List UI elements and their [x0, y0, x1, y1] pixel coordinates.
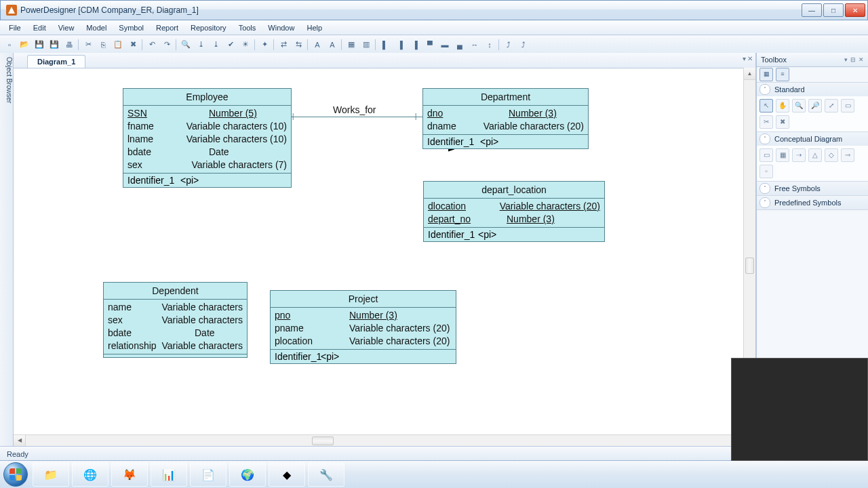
- menu-report[interactable]: Report: [150, 22, 184, 33]
- toolbar-find-icon[interactable]: 🔍: [179, 38, 193, 52]
- tool-grabber[interactable]: ✋: [776, 99, 789, 113]
- toolbar-separator: [498, 39, 500, 51]
- toolbox-group-free-symbols[interactable]: ˄Free Symbols: [757, 182, 868, 195]
- taskbar-tool[interactable]: 🔧: [308, 462, 344, 487]
- toolbar-delete-icon[interactable]: ✖: [126, 38, 140, 52]
- toolbar-align-r-icon[interactable]: ▐: [408, 38, 422, 52]
- scroll-thumb-h[interactable]: [312, 436, 334, 445]
- menu-help[interactable]: Help: [300, 22, 328, 33]
- toolbar-impact-icon[interactable]: ☀: [239, 38, 252, 52]
- toolbar-wizard-icon[interactable]: ✦: [258, 38, 271, 52]
- toolbar-dist-v-icon[interactable]: ↕: [483, 38, 496, 52]
- toolbar-text-icon[interactable]: A: [311, 38, 324, 52]
- entity-dependent[interactable]: DependentnameVariable characterssexVaria…: [103, 282, 248, 358]
- tool-pointer[interactable]: ↖: [760, 99, 773, 113]
- menu-repository[interactable]: Repository: [184, 22, 233, 33]
- menu-window[interactable]: Window: [262, 22, 300, 33]
- menu-view[interactable]: View: [52, 22, 81, 33]
- toolbar-export-img-icon[interactable]: ⤴: [517, 38, 530, 52]
- entity-department[interactable]: DepartmentdnoNumber (3)dnameVariable cha…: [422, 88, 589, 149]
- toolbox-dropdown-icon[interactable]: ▾: [844, 56, 848, 63]
- toolbox-group-label: Predefined Symbols: [774, 199, 841, 207]
- toolbar-check-icon[interactable]: ✔: [224, 38, 237, 52]
- toolbox-close-icon[interactable]: ✕: [859, 56, 864, 63]
- taskbar-chrome[interactable]: 🌐: [72, 462, 108, 487]
- toolbar-align-c-icon[interactable]: ▐: [393, 38, 407, 52]
- entity-employee[interactable]: EmployeeSSNNumber (5)fnameVariable chara…: [123, 88, 292, 188]
- toolbox-group-conceptual-diagram[interactable]: ˄Conceptual Diagram: [757, 132, 868, 146]
- maximize-button[interactable]: □: [823, 3, 844, 17]
- tool-cut[interactable]: ✂: [760, 115, 773, 129]
- object-browser-tab[interactable]: Object Browser: [0, 53, 14, 447]
- relationship-label[interactable]: Works_for: [333, 104, 376, 115]
- taskbar-powerpoint[interactable]: 📊: [151, 462, 187, 487]
- toolbar-align-m-icon[interactable]: ▬: [438, 38, 452, 52]
- tool-entity[interactable]: ▦: [776, 148, 789, 162]
- toolbar-new-icon[interactable]: ▫: [3, 38, 16, 52]
- toolbar-grid-icon[interactable]: ▦: [344, 38, 358, 52]
- toolbar-save-all-icon[interactable]: 💾: [47, 38, 61, 52]
- toolbox-pin-icon[interactable]: ⊟: [850, 56, 856, 63]
- scroll-up-icon[interactable]: ▲: [744, 68, 755, 80]
- toolbar-cut-icon[interactable]: ✂: [81, 38, 95, 52]
- toolbar-snap-icon[interactable]: ▥: [359, 38, 373, 52]
- tool-inheritance[interactable]: △: [808, 148, 822, 162]
- tool-assoc-link[interactable]: ⇾: [841, 148, 854, 162]
- entity-project[interactable]: ProjectpnoNumber (3)pnameVariable charac…: [270, 290, 456, 364]
- taskbar-powerdesigner[interactable]: ◆: [269, 462, 305, 487]
- tool-zoom-out[interactable]: 🔎: [808, 99, 822, 113]
- tab-dropdown-icon[interactable]: ▾: [743, 55, 746, 62]
- menu-symbol[interactable]: Symbol: [113, 22, 150, 33]
- close-button[interactable]: ✕: [845, 3, 865, 17]
- tool-delete[interactable]: ✖: [776, 115, 789, 129]
- menu-tools[interactable]: Tools: [233, 22, 262, 33]
- toolbar-dist-h-icon[interactable]: ↔: [468, 38, 481, 52]
- toolbar-copy-icon[interactable]: ⎘: [96, 38, 110, 52]
- relationship-line[interactable]: [290, 117, 422, 117]
- taskbar-ie[interactable]: 🌍: [229, 462, 266, 487]
- toolbox-view-grid[interactable]: ▦: [760, 68, 773, 81]
- toolbar-align-b-icon[interactable]: ▄: [453, 38, 467, 52]
- tool-relationship[interactable]: ⇢: [792, 148, 806, 162]
- toolbox-group-standard[interactable]: ˄Standard: [757, 83, 868, 96]
- toolbar-paste-icon[interactable]: 📋: [111, 38, 125, 52]
- toolbar-export-icon[interactable]: ⤴: [502, 38, 515, 52]
- toolbar-gen-icon[interactable]: ⤓: [194, 38, 208, 52]
- attr-type: Number (3): [509, 107, 557, 120]
- toolbar-open-icon[interactable]: 📂: [18, 38, 31, 52]
- tool-file[interactable]: ▫: [760, 165, 773, 178]
- toolbar-compare-icon[interactable]: ⇄: [277, 38, 290, 52]
- toolbar-align-l-icon[interactable]: ▌: [378, 38, 392, 52]
- diagram-canvas[interactable]: ›| -| Works_for EmployeeSSNNumber (5)fna…: [14, 68, 755, 447]
- scroll-left-icon[interactable]: ◀: [14, 435, 26, 447]
- toolbox-view-list[interactable]: ≡: [776, 68, 789, 81]
- tool-association[interactable]: ◇: [825, 148, 838, 162]
- taskbar-notepad[interactable]: 📄: [190, 462, 226, 487]
- toolbar-text-free-icon[interactable]: A: [326, 38, 339, 52]
- tool-zoom-in[interactable]: 🔍: [792, 99, 806, 113]
- menu-file[interactable]: File: [3, 22, 27, 33]
- minimize-button[interactable]: —: [802, 3, 822, 17]
- toolbar-undo-icon[interactable]: ↶: [145, 38, 159, 52]
- tab-close-icon[interactable]: ✕: [747, 55, 753, 62]
- horizontal-scrollbar[interactable]: ◀: [14, 434, 744, 447]
- toolbar-print-icon[interactable]: 🖶: [62, 38, 76, 52]
- tool-package[interactable]: ▭: [760, 148, 773, 162]
- tab-diagram[interactable]: Diagram_1: [27, 55, 85, 68]
- toolbar-merge-icon[interactable]: ⇆: [292, 38, 305, 52]
- taskbar-explorer[interactable]: 📁: [33, 462, 69, 487]
- menu-edit[interactable]: Edit: [27, 22, 52, 33]
- entity-depart_location[interactable]: depart_locationdlocationVariable charact…: [423, 181, 605, 242]
- tool-zoom-page[interactable]: ▭: [841, 99, 854, 113]
- toolbox-group-predefined-symbols[interactable]: ˄Predefined Symbols: [757, 196, 868, 209]
- menu-model[interactable]: Model: [80, 22, 113, 33]
- toolbar-align-t-icon[interactable]: ▀: [423, 38, 437, 52]
- scroll-thumb[interactable]: [745, 258, 754, 274]
- toolbar-save-icon[interactable]: 💾: [33, 38, 46, 52]
- identifier-name: Identifier_1: [427, 136, 480, 147]
- tool-zoom-fit[interactable]: ⤢: [825, 99, 838, 113]
- start-button[interactable]: [0, 461, 31, 488]
- toolbar-redo-icon[interactable]: ↷: [160, 38, 174, 52]
- toolbar-gen-db-icon[interactable]: ⤓: [209, 38, 222, 52]
- taskbar-firefox[interactable]: 🦊: [111, 462, 148, 487]
